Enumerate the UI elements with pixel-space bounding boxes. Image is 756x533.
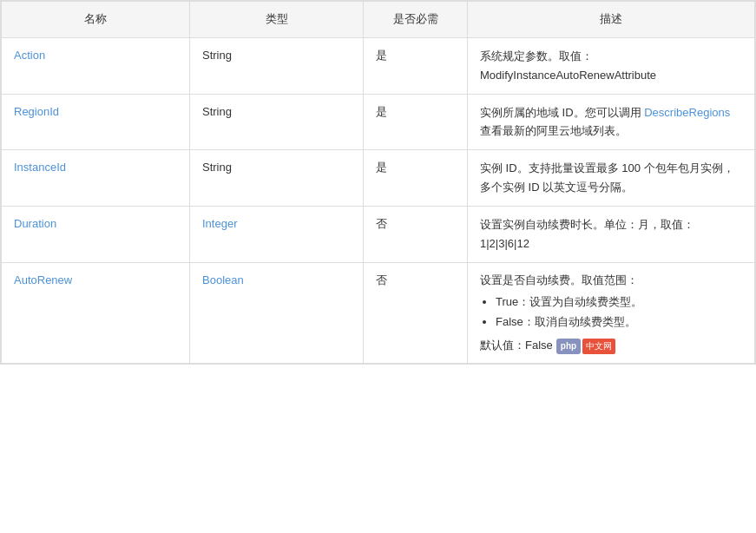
table-row: DurationInteger否设置实例自动续费时长。单位：月，取值：1|2|3… <box>2 207 755 263</box>
zhongwen-badge: 中文网 <box>582 339 615 354</box>
param-required: 否 <box>364 263 468 364</box>
table-header-row: 名称 类型 是否必需 描述 <box>2 2 755 38</box>
param-desc: 实例所属的地域 ID。您可以调用 DescribeRegions 查看最新的阿里… <box>468 94 755 149</box>
param-name: Action <box>2 37 190 94</box>
param-type: String <box>190 149 364 206</box>
table-row: AutoRenewBoolean否设置是否自动续费。取值范围：True：设置为自… <box>2 263 755 364</box>
param-type-link[interactable]: Integer <box>202 217 237 230</box>
param-type: String <box>190 37 364 94</box>
param-name-link[interactable]: RegionId <box>14 105 59 118</box>
header-name: 名称 <box>2 2 190 38</box>
desc-list: True：设置为自动续费类型。False：取消自动续费类型。 <box>496 293 742 332</box>
desc-text: 设置实例自动续费时长。单位：月，取值：1|2|3|6|12 <box>480 218 694 250</box>
param-type: String <box>190 94 364 149</box>
api-params-table: 名称 类型 是否必需 描述 ActionString是系统规定参数。取值：Mod… <box>0 0 756 365</box>
param-name-link[interactable]: InstanceId <box>14 161 66 174</box>
desc-text: 实例所属的地域 ID。您可以调用 <box>480 106 644 119</box>
param-desc: 实例 ID。支持批量设置最多 100 个包年包月实例，多个实例 ID 以英文逗号… <box>468 149 755 206</box>
param-name-link[interactable]: AutoRenew <box>14 273 72 286</box>
param-type-link[interactable]: Boolean <box>202 273 244 286</box>
header-required: 是否必需 <box>364 2 468 38</box>
param-type: Boolean <box>190 263 364 364</box>
param-name-link[interactable]: Duration <box>14 217 56 230</box>
param-required: 是 <box>364 149 468 206</box>
param-name: RegionId <box>2 94 190 149</box>
php-logo: php <box>556 339 581 354</box>
list-item: True：设置为自动续费类型。 <box>496 293 742 312</box>
param-desc: 设置是否自动续费。取值范围：True：设置为自动续费类型。False：取消自动续… <box>468 263 755 364</box>
table-row: InstanceIdString是实例 ID。支持批量设置最多 100 个包年包… <box>2 149 755 206</box>
desc-link[interactable]: DescribeRegions <box>644 106 730 119</box>
param-name: InstanceId <box>2 149 190 206</box>
param-required: 是 <box>364 94 468 149</box>
param-required: 是 <box>364 37 468 94</box>
param-name: Duration <box>2 207 190 263</box>
desc-footer: 默认值：Falsephp中文网 <box>480 337 742 355</box>
table-row: RegionIdString是实例所属的地域 ID。您可以调用 Describe… <box>2 94 755 149</box>
table-row: ActionString是系统规定参数。取值：ModifyInstanceAut… <box>2 37 755 94</box>
desc-text: 系统规定参数。取值：ModifyInstanceAutoRenewAttribu… <box>480 49 656 82</box>
param-name: AutoRenew <box>2 263 190 364</box>
header-desc: 描述 <box>468 2 755 38</box>
param-type: Integer <box>190 207 364 263</box>
param-desc: 设置实例自动续费时长。单位：月，取值：1|2|3|6|12 <box>468 207 755 263</box>
list-item: False：取消自动续费类型。 <box>496 313 742 332</box>
header-type: 类型 <box>190 2 364 38</box>
param-required: 否 <box>364 207 468 263</box>
desc-intro: 设置是否自动续费。取值范围： <box>480 273 638 286</box>
param-name-link[interactable]: Action <box>14 49 45 62</box>
php-badge-wrapper: php中文网 <box>556 339 615 354</box>
desc-text: 实例 ID。支持批量设置最多 100 个包年包月实例，多个实例 ID 以英文逗号… <box>480 161 734 194</box>
param-desc: 系统规定参数。取值：ModifyInstanceAutoRenewAttribu… <box>468 37 755 94</box>
